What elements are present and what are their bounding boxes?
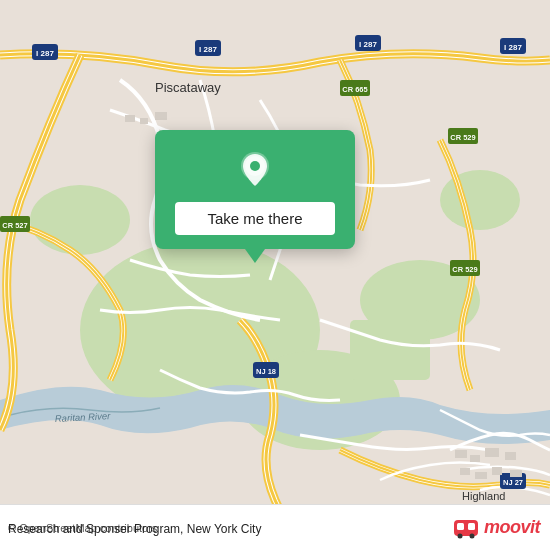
svg-text:I 287: I 287 <box>36 49 54 58</box>
svg-point-44 <box>250 161 260 171</box>
svg-rect-36 <box>475 472 487 479</box>
svg-text:NJ 18: NJ 18 <box>256 367 276 376</box>
svg-rect-31 <box>455 450 467 458</box>
moovit-logo: moovit <box>452 514 540 542</box>
svg-rect-40 <box>140 118 148 124</box>
svg-text:I 287: I 287 <box>199 45 217 54</box>
svg-text:Highland: Highland <box>462 490 505 502</box>
svg-rect-41 <box>155 112 167 120</box>
map-container: I 287 I 287 I 287 I 287 CR 665 CR 529 CR… <box>0 0 550 550</box>
svg-point-48 <box>457 533 462 538</box>
svg-rect-33 <box>485 448 499 457</box>
map-svg: I 287 I 287 I 287 I 287 CR 665 CR 529 CR… <box>0 0 550 550</box>
svg-text:Piscataway: Piscataway <box>155 80 221 95</box>
location-pin-icon <box>233 148 277 192</box>
location-card: Take me there <box>155 130 355 249</box>
bottom-bar: © OpenStreetMap contributors Research an… <box>0 504 550 550</box>
svg-rect-34 <box>505 452 516 460</box>
svg-rect-35 <box>460 468 470 475</box>
svg-text:CR 529: CR 529 <box>452 265 477 274</box>
svg-text:CR 527: CR 527 <box>2 221 27 230</box>
svg-rect-38 <box>510 470 522 477</box>
svg-rect-39 <box>125 115 135 122</box>
svg-point-5 <box>440 170 520 230</box>
svg-text:CR 529: CR 529 <box>450 133 475 142</box>
svg-text:CR 665: CR 665 <box>342 85 367 94</box>
svg-text:I 287: I 287 <box>359 40 377 49</box>
svg-text:NJ 27: NJ 27 <box>503 478 523 487</box>
svg-rect-32 <box>470 455 480 462</box>
location-title: Research and Sponser Program, New York C… <box>8 522 348 536</box>
svg-rect-47 <box>468 523 475 530</box>
moovit-text: moovit <box>484 517 540 538</box>
svg-point-4 <box>30 185 130 255</box>
svg-rect-46 <box>457 523 464 530</box>
moovit-icon <box>452 514 480 542</box>
take-me-there-button[interactable]: Take me there <box>175 202 335 235</box>
svg-rect-6 <box>350 320 430 380</box>
svg-point-49 <box>469 533 474 538</box>
svg-rect-37 <box>492 467 502 475</box>
svg-text:I 287: I 287 <box>504 43 522 52</box>
